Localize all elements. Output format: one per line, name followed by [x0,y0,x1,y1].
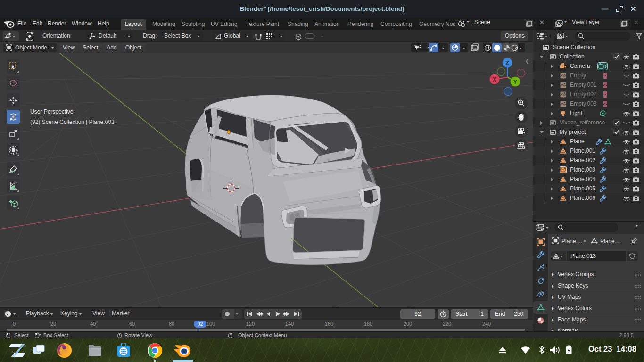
svg-text:Z: Z [505,60,509,66]
svg-text:X: X [493,76,496,83]
svg-text:Y: Y [513,79,517,85]
